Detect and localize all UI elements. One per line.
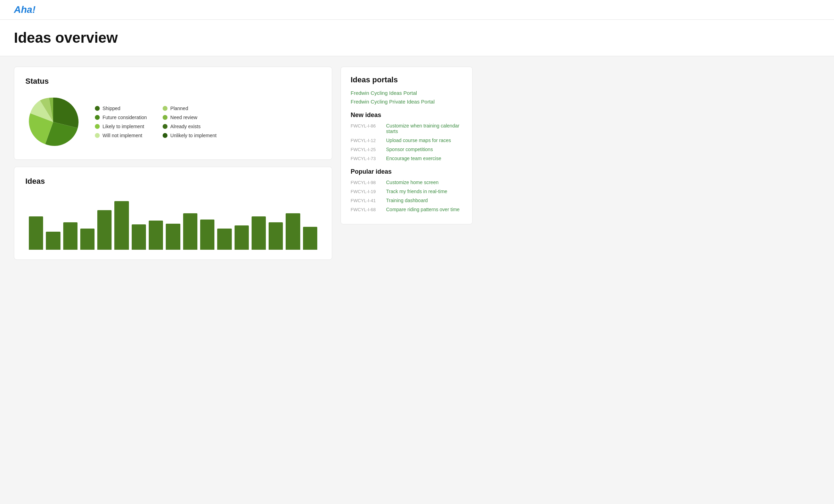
new-idea-link[interactable]: Encourage team exercise (386, 156, 441, 161)
left-column: Status (14, 67, 332, 260)
bar (97, 210, 112, 250)
popular-idea-link[interactable]: Training dashboard (386, 198, 428, 203)
popular-idea-row: FWCYL-I-68 Compare riding patterns over … (351, 207, 463, 212)
popular-ideas-list: FWCYL-I-98 Customize home screen FWCYL-I… (351, 180, 463, 212)
popular-idea-id: FWCYL-I-19 (351, 189, 382, 194)
popular-idea-id: FWCYL-I-41 (351, 198, 382, 203)
legend-item-shipped: Shipped (95, 106, 149, 111)
popular-ideas-title: Popular ideas (351, 168, 463, 175)
page-title: Ideas overview (14, 30, 820, 46)
new-idea-row: FWCYL-I-86 Customize when training calen… (351, 123, 463, 134)
bar (269, 222, 283, 250)
will-not-dot (95, 133, 100, 138)
legend-label-need-review: Need review (170, 115, 197, 120)
legend-label-likely: Likely to implement (103, 124, 144, 129)
legend-item-need-review: Need review (163, 115, 216, 120)
bar (114, 201, 129, 250)
ideas-card: Ideas (14, 167, 332, 260)
header: Aha! (0, 0, 834, 20)
portal-link-0[interactable]: Fredwin Cycling Ideas Portal (351, 90, 463, 96)
legend-label-shipped: Shipped (103, 106, 120, 111)
logo: Aha! (14, 4, 35, 15)
popular-idea-link[interactable]: Customize home screen (386, 180, 439, 185)
bar (149, 221, 163, 250)
bar (132, 224, 146, 250)
legend-label-will-not: Will not implement (103, 133, 142, 138)
legend-item-already-exists: Already exists (163, 124, 216, 129)
legend: Shipped Planned Future consideration Nee… (95, 106, 216, 138)
main-content: Status (0, 56, 486, 270)
legend-item-planned: Planned (163, 106, 216, 111)
ideas-card-title: Ideas (25, 177, 321, 186)
new-ideas-title: New ideas (351, 111, 463, 119)
portals-card-title: Ideas portals (351, 75, 463, 84)
bar-chart (25, 194, 321, 250)
new-idea-row: FWCYL-I-73 Encourage team exercise (351, 156, 463, 161)
bar (46, 232, 60, 250)
new-idea-row: FWCYL-I-25 Sponsor competitions (351, 147, 463, 152)
legend-label-planned: Planned (170, 106, 188, 111)
status-section: Shipped Planned Future consideration Nee… (25, 94, 321, 150)
popular-idea-row: FWCYL-I-98 Customize home screen (351, 180, 463, 185)
legend-item-will-not: Will not implement (95, 133, 149, 138)
bar (183, 213, 197, 250)
popular-idea-id: FWCYL-I-98 (351, 180, 382, 185)
already-exists-dot (163, 124, 167, 129)
legend-label-future: Future consideration (103, 115, 147, 120)
popular-idea-row: FWCYL-I-19 Track my friends in real-time (351, 189, 463, 194)
need-review-dot (163, 115, 167, 120)
popular-idea-id: FWCYL-I-68 (351, 207, 382, 212)
popular-idea-link[interactable]: Track my friends in real-time (386, 189, 447, 194)
unlikely-dot (163, 133, 167, 138)
status-card: Status (14, 67, 332, 160)
status-card-title: Status (25, 77, 321, 86)
portal-link-1[interactable]: Fredwin Cycling Private Ideas Portal (351, 99, 463, 105)
new-idea-row: FWCYL-I-12 Upload course maps for races (351, 138, 463, 143)
legend-label-unlikely: Unlikely to implement (170, 133, 216, 138)
bar (303, 227, 317, 250)
new-idea-link[interactable]: Sponsor competitions (386, 147, 433, 152)
bar (63, 222, 77, 250)
bar (252, 216, 266, 250)
likely-dot (95, 124, 100, 129)
new-idea-link[interactable]: Upload course maps for races (386, 138, 451, 143)
shipped-dot (95, 106, 100, 111)
legend-item-unlikely: Unlikely to implement (163, 133, 216, 138)
popular-idea-row: FWCYL-I-41 Training dashboard (351, 198, 463, 203)
page-title-section: Ideas overview (0, 20, 834, 56)
bar (166, 224, 180, 250)
bar (200, 220, 214, 250)
bar (29, 216, 43, 250)
legend-item-likely: Likely to implement (95, 124, 149, 129)
new-idea-id: FWCYL-I-73 (351, 156, 382, 161)
new-idea-link[interactable]: Customize when training calendar starts (386, 123, 463, 134)
bar (235, 225, 249, 250)
legend-item-future: Future consideration (95, 115, 149, 120)
new-idea-id: FWCYL-I-25 (351, 147, 382, 152)
bar (286, 213, 300, 250)
new-ideas-list: FWCYL-I-86 Customize when training calen… (351, 123, 463, 161)
popular-idea-link[interactable]: Compare riding patterns over time (386, 207, 460, 212)
portals-card: Ideas portals Fredwin Cycling Ideas Port… (341, 67, 473, 224)
new-idea-id: FWCYL-I-86 (351, 123, 382, 129)
right-column: Ideas portals Fredwin Cycling Ideas Port… (341, 67, 473, 260)
bar (80, 229, 95, 250)
new-idea-id: FWCYL-I-12 (351, 138, 382, 143)
bar (217, 229, 231, 250)
future-dot (95, 115, 100, 120)
legend-label-already-exists: Already exists (170, 124, 201, 129)
planned-dot (163, 106, 167, 111)
pie-chart (25, 94, 81, 150)
